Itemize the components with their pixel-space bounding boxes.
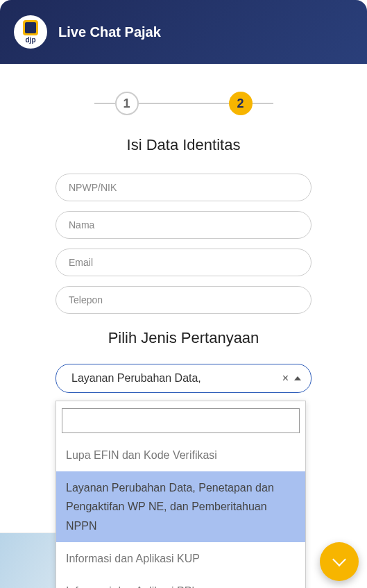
step-1[interactable]: 1 — [115, 92, 139, 115]
clear-icon[interactable]: × — [282, 372, 289, 385]
step-line — [94, 103, 115, 104]
form-content: 1 2 Isi Data Identitas Pilih Jenis Perta… — [0, 64, 367, 393]
dropdown-item[interactable]: Informasi dan Aplikasi PPh — [56, 575, 305, 588]
select-value: Layanan Perubahan Data, — [71, 372, 201, 385]
dropdown-search-input[interactable] — [62, 408, 300, 433]
question-select-wrap: Layanan Perubahan Data, × Lupa EFIN dan … — [56, 364, 311, 393]
section-title-identity: Isi Data Identitas — [56, 136, 311, 154]
email-field[interactable] — [56, 249, 311, 276]
dropdown-list[interactable]: Lupa EFIN dan Kode Verifikasi Layanan Pe… — [56, 439, 305, 588]
header-title: Live Chat Pajak — [58, 24, 161, 40]
step-line — [139, 103, 229, 104]
npwp-field[interactable] — [56, 174, 311, 201]
step-2[interactable]: 2 — [229, 92, 253, 115]
chat-header: djp Live Chat Pajak — [0, 0, 367, 64]
step-line — [253, 103, 273, 104]
question-select[interactable]: Layanan Perubahan Data, × — [56, 364, 311, 393]
question-dropdown: Lupa EFIN dan Kode Verifikasi Layanan Pe… — [56, 401, 306, 588]
nama-field[interactable] — [56, 211, 311, 239]
djp-logo: djp — [14, 15, 47, 49]
stepper: 1 2 — [56, 92, 311, 115]
dropdown-item[interactable]: Layanan Perubahan Data, Penetapan dan Pe… — [56, 471, 305, 542]
telepon-field[interactable] — [56, 286, 311, 314]
logo-text: djp — [26, 37, 36, 44]
dropdown-item[interactable]: Informasi dan Aplikasi KUP — [56, 542, 305, 575]
select-icons: × — [282, 372, 301, 385]
collapse-chat-button[interactable] — [320, 542, 359, 581]
logo-icon — [23, 20, 38, 35]
dropdown-item[interactable]: Lupa EFIN dan Kode Verifikasi — [56, 439, 305, 471]
chevron-down-icon — [332, 553, 346, 566]
section-title-question: Pilih Jenis Pertanyaan — [56, 329, 311, 347]
caret-up-icon[interactable] — [294, 376, 301, 380]
